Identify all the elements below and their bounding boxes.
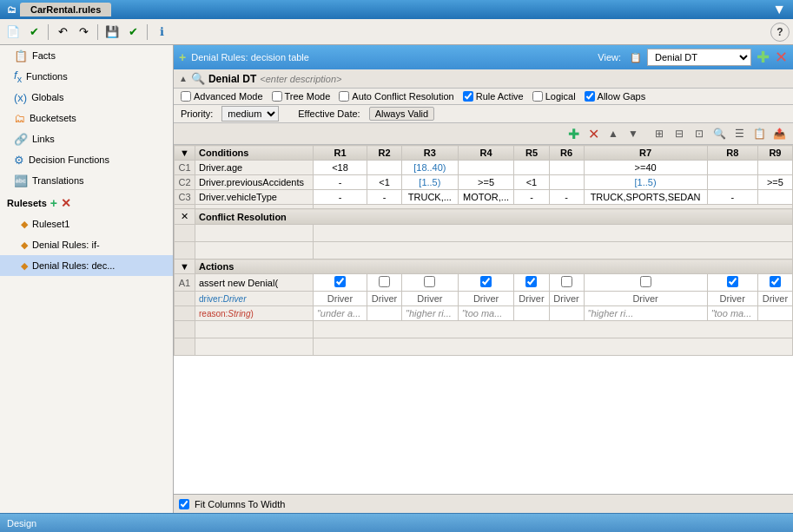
- rule-active-option[interactable]: Rule Active: [463, 91, 524, 102]
- c2-r8[interactable]: [707, 175, 757, 190]
- reason-r3[interactable]: "higher ri...: [402, 306, 459, 321]
- reason-r1[interactable]: "under a...: [313, 306, 367, 321]
- new-button[interactable]: 📄: [3, 23, 23, 42]
- col-r7[interactable]: R7: [584, 146, 707, 161]
- header-del-button[interactable]: ✕: [775, 48, 788, 67]
- c1-r1[interactable]: <18: [313, 161, 367, 175]
- c2-r5[interactable]: <1: [514, 175, 549, 190]
- sidebar-item-globals[interactable]: (x) Globals: [0, 87, 173, 108]
- reason-r6[interactable]: [549, 306, 584, 321]
- c2-r9[interactable]: >=5: [757, 175, 792, 190]
- driver-r1[interactable]: Driver: [313, 292, 367, 306]
- add-ruleset-button[interactable]: +: [50, 196, 57, 210]
- a1-r3-check[interactable]: [402, 274, 459, 292]
- c1-r2[interactable]: [367, 161, 402, 175]
- c3-r3[interactable]: TRUCK,...: [402, 190, 459, 205]
- reason-r2[interactable]: [367, 306, 402, 321]
- logical-checkbox[interactable]: [532, 91, 543, 102]
- description-input[interactable]: [260, 74, 380, 84]
- col-r5[interactable]: R5: [514, 146, 549, 161]
- c2-r3[interactable]: [1..5): [402, 175, 459, 190]
- c3-r2[interactable]: -: [367, 190, 402, 205]
- c3-r7[interactable]: TRUCK,SPORTS,SEDAN: [584, 190, 707, 205]
- view-select[interactable]: Denial DT: [647, 49, 751, 66]
- save-button[interactable]: 💾: [102, 23, 122, 42]
- a1-r6-check[interactable]: [549, 274, 584, 292]
- c3-r1[interactable]: -: [313, 190, 367, 205]
- driver-r9[interactable]: Driver: [757, 292, 792, 306]
- collapse-icon[interactable]: ▲: [179, 74, 188, 83]
- info-button[interactable]: ℹ: [152, 23, 171, 42]
- grid-button[interactable]: ⊞: [651, 125, 668, 142]
- col-r2[interactable]: R2: [367, 146, 402, 161]
- list-button[interactable]: ☰: [730, 125, 748, 142]
- driver-param[interactable]: driver:Driver: [195, 292, 314, 306]
- driver-r8[interactable]: Driver: [707, 292, 757, 306]
- c1-r9[interactable]: [757, 161, 792, 175]
- driver-r6[interactable]: Driver: [549, 292, 584, 306]
- window-close[interactable]: ▼: [772, 2, 786, 17]
- tree-mode-option[interactable]: Tree Mode: [272, 91, 331, 102]
- ruleset-item-denial-if[interactable]: ◆ Denial Rules: if-: [0, 234, 173, 255]
- c1-r5[interactable]: [514, 161, 549, 175]
- table-container[interactable]: ▼ Conditions R1 R2 R3 R4 R5 R6 R7 R8 R9: [174, 145, 793, 494]
- help-button[interactable]: ?: [770, 23, 790, 42]
- actions-collapse[interactable]: ▼: [175, 259, 195, 274]
- col-r6[interactable]: R6: [549, 146, 584, 161]
- col-r9[interactable]: R9: [757, 146, 792, 161]
- a1-r7-check[interactable]: [584, 274, 707, 292]
- c2-r1[interactable]: -: [313, 175, 367, 190]
- c2-r2[interactable]: <1: [367, 175, 402, 190]
- auto-conflict-checkbox[interactable]: [339, 91, 349, 102]
- move-down-button[interactable]: ▼: [624, 125, 642, 142]
- del-col-button[interactable]: ✕: [585, 125, 602, 142]
- driver-r2[interactable]: Driver: [367, 292, 402, 306]
- zoom-button[interactable]: 🔍: [710, 125, 728, 142]
- driver-r4[interactable]: Driver: [458, 292, 514, 306]
- search-icon[interactable]: 🔍: [191, 72, 205, 85]
- import-button[interactable]: 📤: [770, 125, 788, 142]
- check-button[interactable]: ✔: [123, 23, 142, 42]
- logical-option[interactable]: Logical: [532, 91, 576, 102]
- grid2-button[interactable]: ⊟: [671, 125, 688, 142]
- collapse-col[interactable]: ▼: [175, 146, 195, 161]
- col-r4[interactable]: R4: [458, 146, 514, 161]
- fit-button[interactable]: ⊡: [691, 125, 708, 142]
- col-r1[interactable]: R1: [313, 146, 367, 161]
- c2-r6[interactable]: [549, 175, 584, 190]
- c2-name[interactable]: Driver.previousAccidents: [195, 175, 314, 190]
- ruleset-item-denial-dec[interactable]: ◆ Denial Rules: dec...: [0, 255, 173, 276]
- c1-name[interactable]: Driver.age: [195, 161, 314, 175]
- c1-r3[interactable]: [18..40): [402, 161, 459, 175]
- del-ruleset-button[interactable]: ✕: [61, 196, 71, 210]
- a1-r8-check[interactable]: [707, 274, 757, 292]
- allow-gaps-checkbox[interactable]: [585, 91, 595, 102]
- fit-columns-checkbox[interactable]: [179, 499, 189, 509]
- tree-mode-checkbox[interactable]: [272, 91, 282, 102]
- driver-r5[interactable]: Driver: [514, 292, 549, 306]
- c1-r6[interactable]: [549, 161, 584, 175]
- sidebar-item-translations[interactable]: 🔤 Translations: [0, 170, 173, 191]
- sidebar-item-links[interactable]: 🔗 Links: [0, 128, 173, 149]
- col-r8[interactable]: R8: [707, 146, 757, 161]
- a1-name[interactable]: assert new Denial(: [195, 274, 314, 292]
- c3-name[interactable]: Driver.vehicleType: [195, 190, 314, 205]
- a1-r4-check[interactable]: [458, 274, 514, 292]
- sidebar-item-decision-functions[interactable]: ⚙ Decision Functions: [0, 149, 173, 170]
- header-add-button[interactable]: ✚: [757, 48, 770, 67]
- col-r3[interactable]: R3: [402, 146, 459, 161]
- conflict-collapse[interactable]: ✕: [175, 209, 195, 225]
- c3-r6[interactable]: -: [549, 190, 584, 205]
- allow-gaps-option[interactable]: Allow Gaps: [585, 91, 646, 102]
- c3-r5[interactable]: -: [514, 190, 549, 205]
- c1-r8[interactable]: [707, 161, 757, 175]
- move-up-button[interactable]: ▲: [605, 125, 622, 142]
- sidebar-item-bucketsets[interactable]: 🗂 Bucketsets: [0, 108, 173, 128]
- reason-param[interactable]: reason:String): [195, 306, 314, 321]
- c2-r7[interactable]: [1..5): [584, 175, 707, 190]
- reason-r7[interactable]: "higher ri...: [584, 306, 707, 321]
- auto-conflict-option[interactable]: Auto Conflict Resolution: [339, 91, 453, 102]
- reason-r9[interactable]: [757, 306, 792, 321]
- c2-r4[interactable]: >=5: [458, 175, 514, 190]
- rule-active-checkbox[interactable]: [463, 91, 473, 102]
